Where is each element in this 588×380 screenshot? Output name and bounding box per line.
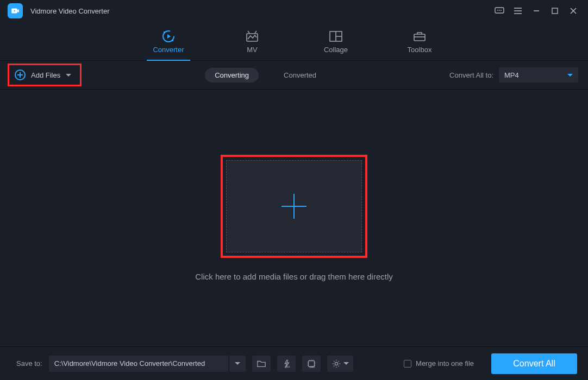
hardware-accel-button[interactable]: OFF: [277, 356, 296, 372]
app-title: Vidmore Video Converter: [30, 7, 110, 15]
svg-rect-23: [414, 34, 425, 41]
tab-converter[interactable]: Converter: [147, 30, 190, 60]
add-files-label: Add Files: [31, 71, 60, 79]
close-button[interactable]: [564, 2, 583, 20]
feedback-icon[interactable]: [490, 2, 509, 20]
maximize-button[interactable]: [546, 2, 564, 20]
svg-point-40: [335, 362, 337, 365]
converter-icon: [161, 30, 176, 42]
checkbox-icon: [404, 360, 411, 368]
tab-label: Converter: [153, 46, 184, 54]
tab-label: MV: [247, 46, 258, 54]
chevron-down-icon: [235, 362, 240, 365]
tab-label: Toolbox: [408, 46, 432, 54]
plus-circle-icon: [15, 69, 26, 80]
segment-converting[interactable]: Converting: [205, 68, 259, 83]
format-select[interactable]: MP4: [499, 67, 578, 83]
toolbox-icon: [412, 30, 427, 42]
merge-checkbox[interactable]: Merge into one file: [404, 359, 474, 368]
app-logo: [8, 3, 23, 18]
svg-line-19: [255, 31, 257, 33]
minimize-button[interactable]: [527, 2, 546, 20]
convert-all-to-label: Convert All to:: [449, 71, 493, 79]
gpu-button[interactable]: OFF: [302, 356, 321, 372]
chevron-down-icon: [66, 74, 71, 77]
collage-icon: [329, 30, 343, 42]
tab-collage[interactable]: Collage: [314, 30, 358, 60]
toolbar: Add Files Converting Converted Convert A…: [0, 61, 588, 89]
main-area: Click here to add media files or drag th…: [0, 89, 588, 346]
tab-toolbox[interactable]: Toolbox: [398, 30, 441, 60]
svg-line-18: [248, 31, 249, 33]
svg-point-4: [499, 10, 500, 11]
svg-text:OFF: OFF: [284, 365, 290, 369]
save-path-dropdown[interactable]: [229, 356, 246, 372]
bottom-bar: Save to: C:\Vidmore\Vidmore Video Conver…: [0, 346, 588, 380]
save-path-field[interactable]: C:\Vidmore\Vidmore Video Converter\Conve…: [49, 356, 228, 372]
svg-point-5: [501, 10, 502, 11]
svg-text:OFF: OFF: [309, 365, 315, 369]
dropzone-highlight: [221, 155, 367, 258]
merge-label: Merge into one file: [416, 359, 474, 368]
tab-mv[interactable]: MV: [230, 30, 274, 60]
chevron-down-icon: [567, 74, 573, 77]
svg-point-3: [497, 10, 498, 11]
mv-icon: [245, 30, 259, 42]
settings-button[interactable]: [327, 356, 353, 372]
plus-icon: [282, 194, 306, 219]
tab-label: Collage: [324, 46, 348, 54]
dropzone-hint: Click here to add media files or drag th…: [195, 272, 393, 281]
segment-converted[interactable]: Converted: [274, 68, 326, 83]
svg-marker-14: [167, 34, 171, 39]
add-files-button[interactable]: Add Files: [8, 64, 82, 86]
svg-rect-10: [552, 8, 558, 14]
titlebar: Vidmore Video Converter: [0, 0, 588, 22]
dropzone[interactable]: [226, 160, 362, 252]
open-folder-button[interactable]: [252, 356, 271, 372]
save-path-value: C:\Vidmore\Vidmore Video Converter\Conve…: [54, 359, 205, 368]
menu-icon[interactable]: [509, 2, 527, 20]
main-tabs: Converter MV Collage Toolbox: [0, 22, 588, 61]
chevron-down-icon: [343, 362, 349, 365]
format-selected-value: MP4: [504, 71, 519, 79]
convert-all-button[interactable]: Convert All: [491, 353, 577, 374]
save-to-label: Save to:: [16, 359, 42, 368]
